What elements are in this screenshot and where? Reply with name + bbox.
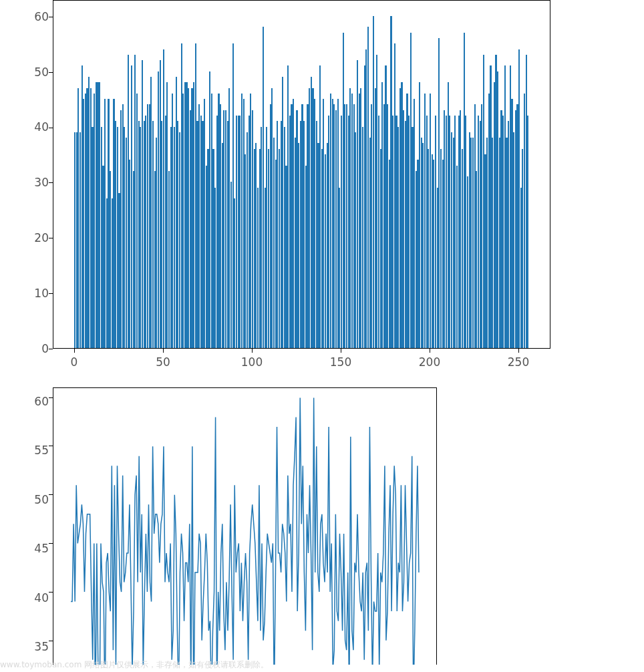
plot-area-line xyxy=(53,387,437,665)
figure-top: 0 10 20 30 40 50 60 0 50 100 150 200 250 xyxy=(0,0,644,381)
y-tick-label: 60 xyxy=(31,395,49,408)
line-series xyxy=(53,388,436,665)
x-tick-label: 50 xyxy=(156,355,170,369)
bar xyxy=(527,116,528,348)
y-tick-label: 45 xyxy=(31,542,49,555)
y-tick-label: 50 xyxy=(31,493,49,506)
x-tick-label: 250 xyxy=(508,355,529,369)
y-tick-label: 50 xyxy=(31,65,49,79)
x-tick-label: 150 xyxy=(330,355,351,369)
x-tick-label: 200 xyxy=(419,355,440,369)
y-tick-label: 0 xyxy=(31,342,49,355)
plot-area-bar xyxy=(53,0,550,349)
watermark-text: www.toymoban.com 网络图片仅供展示，非存储，如有侵权请联系删除。 xyxy=(0,659,269,671)
y-tick-label: 40 xyxy=(31,120,49,134)
y-tick-label: 10 xyxy=(31,287,49,300)
y-tick-label: 40 xyxy=(31,591,49,605)
figure-bottom: 35 40 45 50 55 60 www.toymoban.com 网络图片仅… xyxy=(0,381,644,672)
y-tick-label: 20 xyxy=(31,231,49,244)
y-tick-label: 60 xyxy=(31,10,49,23)
y-tick-label: 35 xyxy=(31,640,49,653)
x-tick-label: 100 xyxy=(241,355,263,369)
x-tick-label: 0 xyxy=(71,355,78,369)
y-tick-label: 30 xyxy=(31,176,49,189)
y-tick-label: 55 xyxy=(31,444,49,457)
